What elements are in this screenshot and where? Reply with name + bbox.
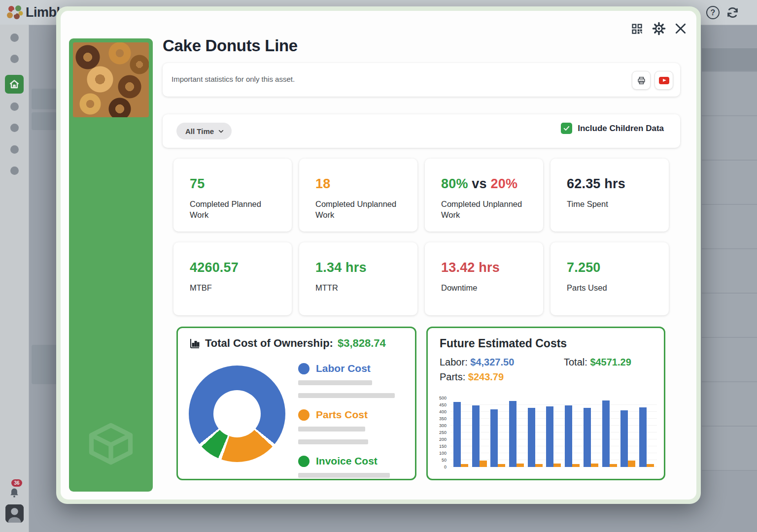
- stat-label: Time Spent: [567, 199, 658, 210]
- asset-cube-icon: [85, 418, 137, 469]
- labor-line: Labor: $4,327.50: [440, 357, 514, 368]
- bar-group: [546, 406, 561, 467]
- parts-bar: [553, 464, 561, 467]
- parts-bar: [498, 464, 505, 467]
- description-card: Important statistics for only this asset…: [163, 63, 680, 97]
- labor-bar: [472, 405, 480, 467]
- help-icon[interactable]: ?: [706, 6, 720, 19]
- labor-bar: [546, 406, 553, 467]
- stat-label: Parts Used: [567, 283, 658, 294]
- legend-parts-cost: Parts Cost: [298, 409, 411, 444]
- notifications-bell-icon[interactable]: [8, 486, 21, 499]
- sidebar-item-6-icon[interactable]: [10, 145, 19, 154]
- labor-dot-icon: [298, 363, 310, 374]
- sidebar-item-4-icon[interactable]: [10, 102, 19, 111]
- asset-photo-donuts[interactable]: [73, 42, 149, 117]
- total-cost-panel: Total Cost of Ownership: $3,828.74 Labor…: [176, 327, 416, 480]
- filter-card: All Time Include Children Data: [163, 114, 680, 148]
- time-filter-value: All Time: [185, 127, 214, 135]
- labor-bar: [528, 408, 535, 467]
- sidebar-item-7-icon[interactable]: [10, 166, 19, 175]
- refresh-icon[interactable]: [726, 6, 739, 19]
- screen: Limble ? 36: [0, 0, 757, 532]
- legend-skeleton: [298, 427, 365, 432]
- include-children-toggle[interactable]: Include Children Data: [561, 123, 664, 134]
- bar-group: [565, 405, 580, 467]
- stat-value: 75: [190, 176, 205, 192]
- stat-card-time-spent: 62.35 hrs Time Spent: [551, 159, 669, 232]
- cost-donut-chart: [189, 366, 285, 462]
- bar-chart-icon: [189, 337, 201, 349]
- parts-bar: [628, 461, 635, 467]
- stat-card-planned-vs-unplanned: 80% vs 20% Completed Unplanned Work: [425, 159, 543, 232]
- total-value: $4571.29: [590, 357, 631, 367]
- sidebar-item-home[interactable]: [5, 75, 24, 94]
- legend-labor-cost: Labor Cost: [298, 363, 411, 398]
- checkbox-checked[interactable]: [561, 123, 572, 134]
- youtube-icon: [659, 77, 669, 84]
- bg-table-rows: [702, 48, 757, 499]
- bar-plot-area: [450, 398, 657, 467]
- y-tick-label: 100: [439, 451, 447, 456]
- description-text: Important statistics for only this asset…: [172, 75, 295, 83]
- y-tick-label: 0: [444, 465, 447, 469]
- future-costs-bar-chart: 050100150200250300350400450500: [435, 395, 659, 475]
- asset-stats-modal: Cake Donuts Line Important statistics fo…: [56, 6, 701, 504]
- sidebar-item-5-icon[interactable]: [10, 124, 19, 132]
- labor-bar: [509, 401, 516, 467]
- bar-group: [602, 400, 617, 467]
- chevron-down-icon: [217, 128, 225, 135]
- labor-value: $4,327.50: [470, 357, 514, 367]
- notifications-badge: 36: [11, 479, 22, 487]
- stat-card-parts-used: 7.250 Parts Used: [551, 242, 669, 315]
- parts-bar: [461, 464, 468, 467]
- time-filter-dropdown[interactable]: All Time: [176, 123, 232, 139]
- page-title: Cake Donuts Line: [163, 36, 298, 55]
- qr-code-icon[interactable]: [630, 22, 644, 35]
- home-icon: [8, 78, 20, 90]
- youtube-button[interactable]: [654, 71, 673, 90]
- labor-bar: [639, 407, 647, 467]
- parts-bar: [535, 464, 543, 467]
- parts-bar: [647, 464, 654, 467]
- bar-group: [453, 402, 468, 467]
- labor-bar: [490, 409, 498, 467]
- stat-card-downtime: 13.42 hrs Downtime: [425, 242, 543, 315]
- y-tick-label: 200: [439, 437, 447, 442]
- y-tick-label: 500: [439, 396, 447, 400]
- parts-bar: [610, 464, 617, 467]
- y-tick-label: 250: [439, 430, 447, 435]
- stat-label: MTTR: [315, 283, 407, 294]
- labor-bar: [602, 400, 610, 467]
- stat-value: 62.35 hrs: [567, 176, 625, 192]
- sidebar-item-1-icon[interactable]: [10, 33, 19, 42]
- legend-skeleton: [298, 473, 390, 478]
- y-tick-label: 300: [439, 423, 447, 428]
- stat-card-completed-unplanned-work: 18 Completed Unplanned Work: [299, 159, 417, 232]
- sidebar-item-2-icon[interactable]: [10, 55, 19, 63]
- stat-value: 7.250: [567, 260, 601, 275]
- stat-value: 4260.57: [190, 260, 239, 275]
- limble-logo-icon: [6, 3, 24, 21]
- total-cost-amount: $3,828.74: [338, 337, 386, 350]
- y-tick-label: 450: [439, 402, 447, 407]
- close-icon[interactable]: [673, 21, 688, 36]
- labor-bar: [565, 405, 572, 467]
- app-sidebar: 36: [0, 25, 29, 532]
- settings-gear-icon[interactable]: [652, 21, 666, 36]
- future-costs-heading: Future Estimated Costs: [440, 337, 567, 350]
- print-button[interactable]: [632, 71, 651, 90]
- include-children-label: Include Children Data: [578, 124, 664, 133]
- legend-skeleton: [298, 439, 368, 444]
- bg-block: [32, 345, 57, 384]
- stat-label: Downtime: [441, 283, 532, 294]
- modal-body: Cake Donuts Line Important statistics fo…: [61, 11, 696, 499]
- stat-label: Completed Planned Work: [190, 199, 281, 221]
- user-avatar[interactable]: [5, 504, 24, 523]
- parts-bar: [572, 464, 580, 467]
- stat-label: Completed Unplanned Work: [315, 199, 407, 221]
- bar-group: [472, 405, 487, 467]
- bar-group: [620, 410, 635, 467]
- stat-value: 1.34 hrs: [315, 260, 367, 275]
- parts-bar: [591, 464, 598, 467]
